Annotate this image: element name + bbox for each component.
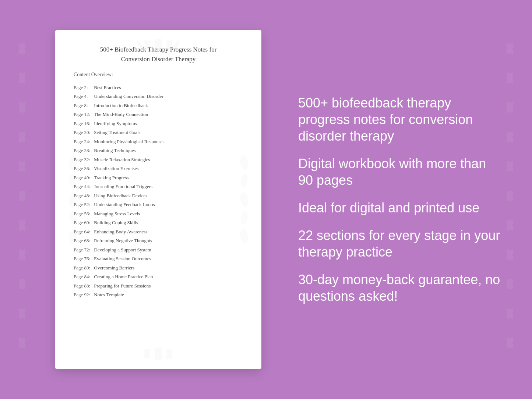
toc-page: Page 12: bbox=[74, 111, 93, 118]
toc-page: Page 8: bbox=[74, 102, 93, 109]
toc-topic: Creating a Home Practice Plan bbox=[93, 274, 153, 279]
toc-topic: Setting Treatment Goals bbox=[93, 130, 141, 135]
toc-item: Page 8: Introduction to Biofeedback bbox=[74, 101, 243, 110]
toc-page: Page 92: bbox=[74, 291, 93, 299]
toc-item: Page 12: The Mind-Body Connection bbox=[74, 110, 243, 119]
svg-point-85 bbox=[240, 211, 249, 225]
toc-topic: Monitoring Physiological Responses bbox=[93, 139, 165, 144]
svg-point-32 bbox=[20, 308, 24, 319]
svg-point-88 bbox=[153, 346, 163, 361]
toc-topic: Tracking Progress bbox=[93, 175, 129, 180]
svg-point-15 bbox=[17, 160, 27, 173]
doc-decoration-left bbox=[56, 144, 89, 255]
svg-point-68 bbox=[508, 338, 512, 348]
toc-item: Page 72: Developing a Support System bbox=[74, 245, 243, 254]
svg-point-84 bbox=[239, 192, 249, 208]
svg-point-29 bbox=[20, 279, 24, 289]
svg-point-26 bbox=[20, 250, 24, 260]
toc-item: Page 92: Notes Template bbox=[74, 290, 243, 300]
toc-page: Page 2: bbox=[74, 84, 93, 91]
toc-topic: Best Practices bbox=[93, 85, 121, 90]
toc-page: Page 4: bbox=[74, 93, 93, 100]
toc-item: Page 32: Muscle Relaxation Strategies bbox=[74, 155, 243, 164]
toc-page: Page 76: bbox=[74, 255, 93, 262]
svg-point-5 bbox=[17, 72, 27, 84]
svg-point-83 bbox=[240, 174, 249, 188]
svg-point-33 bbox=[17, 337, 27, 349]
toc-topic: Evaluating Session Outcomes bbox=[93, 256, 151, 261]
toc-item: Page 56: Managing Stress Levels bbox=[74, 209, 243, 218]
feature-text-4: 22 sections for every stage in your ther… bbox=[298, 227, 503, 260]
svg-point-92 bbox=[165, 348, 174, 359]
svg-point-72 bbox=[143, 39, 152, 50]
svg-point-2 bbox=[20, 43, 24, 54]
toc-topic: Visualization Exercises bbox=[93, 166, 139, 171]
content-overview-label: Content Overview: bbox=[74, 72, 243, 78]
toc-topic: Using Biofeedback Devices bbox=[93, 193, 147, 198]
document-card: 500+ Biofeedback Therapy Progress Notes … bbox=[55, 30, 261, 369]
left-panel: 500+ Biofeedback Therapy Progress Notes … bbox=[37, 30, 280, 369]
feature-text-1: 500+ biofeedback therapy progress notes … bbox=[298, 95, 503, 144]
toc-item: Page 48: Using Biofeedback Devices bbox=[74, 191, 243, 200]
toc-item: Page 40: Tracking Progress bbox=[74, 173, 243, 182]
doc-decoration-top bbox=[121, 32, 195, 58]
svg-point-22 bbox=[17, 219, 27, 232]
svg-point-38 bbox=[508, 43, 512, 54]
toc-topic: Overcoming Barriers bbox=[93, 265, 134, 271]
svg-point-37 bbox=[505, 42, 515, 55]
toc-topic: Breathing Techniques bbox=[93, 148, 136, 153]
svg-point-4 bbox=[17, 72, 27, 84]
svg-point-75 bbox=[136, 40, 144, 50]
svg-point-27 bbox=[17, 278, 27, 290]
table-of-contents: Page 2: Best PracticesPage 4: Understand… bbox=[74, 83, 243, 299]
toc-topic: Managing Stress Levels bbox=[93, 211, 140, 216]
svg-point-19 bbox=[17, 190, 27, 202]
toc-page: Page 16: bbox=[74, 120, 93, 127]
svg-point-74 bbox=[165, 39, 174, 50]
toc-item: Page 20: Setting Treatment Goals bbox=[74, 128, 243, 137]
toc-item: Page 64: Enhancing Body Awareness bbox=[74, 227, 243, 236]
toc-topic: Understanding Feedback Loops bbox=[93, 202, 155, 207]
toc-page: Page 84: bbox=[74, 273, 93, 280]
toc-topic: Reframing Negative Thoughts bbox=[93, 238, 152, 243]
toc-topic: Journaling Emotional Triggers bbox=[93, 184, 152, 189]
svg-point-24 bbox=[17, 248, 27, 261]
toc-item: Page 84: Creating a Home Practice Plan bbox=[74, 272, 243, 282]
feature-text-2: Digital workbook with more than 90 pages bbox=[298, 155, 503, 188]
toc-topic: Understanding Conversion Disorder bbox=[93, 93, 163, 99]
right-panel: 500+ biofeedback therapy progress notes … bbox=[280, 80, 532, 319]
toc-topic: Building Coping Skills bbox=[93, 220, 138, 225]
svg-point-81 bbox=[68, 229, 78, 244]
svg-point-23 bbox=[20, 220, 24, 230]
svg-point-18 bbox=[17, 190, 27, 202]
toc-topic: Preparing for Future Sessions bbox=[93, 283, 151, 289]
doc-decoration-bottom bbox=[121, 341, 195, 367]
svg-point-20 bbox=[20, 191, 24, 201]
svg-point-17 bbox=[20, 161, 24, 172]
svg-point-76 bbox=[173, 40, 181, 50]
toc-topic: Identifying Symptoms bbox=[93, 121, 137, 126]
toc-topic: Enhancing Body Awareness bbox=[93, 229, 148, 234]
toc-item: Page 36: Visualization Exercises bbox=[74, 164, 243, 173]
toc-topic: Introduction to Biofeedback bbox=[93, 103, 148, 108]
svg-point-12 bbox=[17, 131, 27, 143]
toc-item: Page 60: Building Coping Skills bbox=[74, 218, 243, 227]
svg-point-80 bbox=[68, 211, 77, 225]
toc-page: Page 20: bbox=[74, 129, 93, 136]
svg-point-86 bbox=[239, 229, 249, 244]
toc-topic: Developing a Support System bbox=[93, 247, 151, 253]
toc-item: Page 80: Overcoming Barriers bbox=[74, 263, 243, 272]
toc-item: Page 16: Identifying Symptoms bbox=[74, 119, 243, 128]
feature-text-5: 30-day money-back guarantee, no question… bbox=[298, 271, 503, 304]
toc-item: Page 44: Journaling Emotional Triggers bbox=[74, 182, 243, 191]
svg-point-35 bbox=[20, 338, 24, 348]
svg-point-66 bbox=[505, 337, 515, 349]
svg-point-82 bbox=[239, 155, 249, 171]
svg-point-79 bbox=[68, 192, 78, 208]
svg-point-31 bbox=[17, 307, 27, 320]
svg-point-16 bbox=[17, 160, 27, 173]
toc-item: Page 68: Reframing Negative Thoughts bbox=[74, 236, 243, 246]
svg-point-14 bbox=[20, 132, 24, 142]
toc-item: Page 88: Preparing for Future Sessions bbox=[74, 281, 243, 290]
svg-point-28 bbox=[17, 278, 27, 290]
